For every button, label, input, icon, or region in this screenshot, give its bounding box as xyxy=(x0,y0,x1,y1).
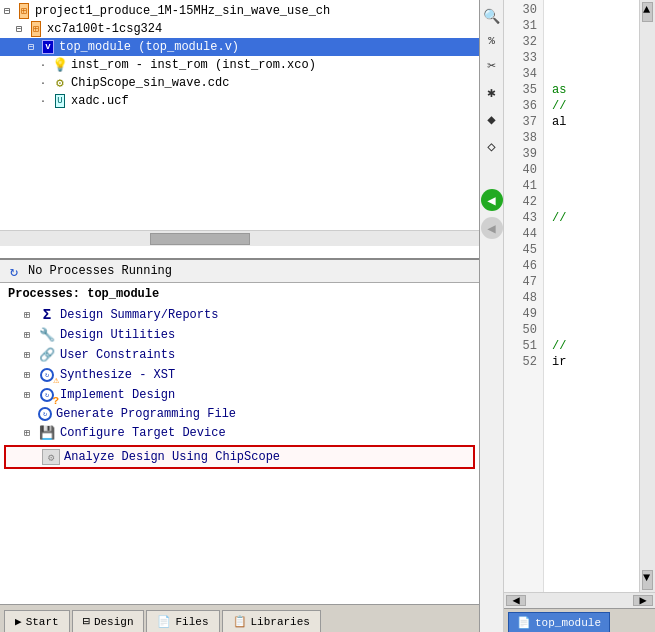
tab-design[interactable]: ⊟ Design xyxy=(72,610,145,632)
code-line-40 xyxy=(552,162,631,178)
tree-label-top-module: top_module (top_module.v) xyxy=(59,40,239,54)
process-label-generate: Generate Programming File xyxy=(56,407,236,421)
line-num: 52 xyxy=(510,354,537,370)
expand-icon: · xyxy=(40,60,52,71)
ucf-icon: U xyxy=(52,93,68,109)
expand-icon[interactable]: ⊟ xyxy=(28,41,40,53)
spinning-icon: ↻ xyxy=(38,407,52,421)
chipscope-icon: ⚙ xyxy=(42,449,60,465)
processes-header: Processes: top_module xyxy=(0,283,479,305)
code-line-47 xyxy=(552,274,631,290)
synth-icon: ↻ ⚠ xyxy=(38,367,56,383)
expand-design-summary[interactable]: ⊞ xyxy=(24,309,38,321)
tree-item-inst-rom[interactable]: · 💡 inst_rom - inst_rom (inst_rom.xco) xyxy=(0,56,479,74)
scrollbar-left-arrow[interactable]: ◀ xyxy=(506,595,526,606)
line-numbers: 30 31 32 33 34 35 36 37 38 39 40 41 42 4… xyxy=(504,0,544,592)
code-line-30 xyxy=(552,2,631,18)
vertical-toolbar: 🔍 % ✂ ✱ ◆ ◇ ◀ ◀ xyxy=(480,0,504,632)
status-spinning-icon: ↻ xyxy=(6,263,22,279)
code-line-39 xyxy=(552,146,631,162)
bottom-tabs: ▶ Start ⊟ Design 📄 Files 📋 Libraries xyxy=(0,604,479,632)
code-line-43: // xyxy=(552,210,631,226)
code-line-46 xyxy=(552,258,631,274)
process-configure[interactable]: ⊞ 💾 Configure Target Device xyxy=(0,423,479,443)
nav-back-button[interactable]: ◀ xyxy=(481,189,503,211)
processes-list: ⊞ Σ Design Summary/Reports ⊞ 🔧 Design Ut… xyxy=(0,305,479,604)
tab-libraries[interactable]: 📋 Libraries xyxy=(222,610,321,632)
toolbar-search-icon[interactable]: 🔍 xyxy=(483,8,500,25)
code-editor[interactable]: 30 31 32 33 34 35 36 37 38 39 40 41 42 4… xyxy=(504,0,639,592)
processes-panel: Processes: top_module ⊞ Σ Design Summary… xyxy=(0,283,479,604)
tree-item-chipscope-cdc[interactable]: · ⚙ ChipScope_sin_wave.cdc xyxy=(0,74,479,92)
line-num: 42 xyxy=(510,194,537,210)
expand-configure[interactable]: ⊞ xyxy=(24,427,38,439)
line-num: 32 xyxy=(510,34,537,50)
code-line-36: // xyxy=(552,98,631,114)
expand-user-constraints[interactable]: ⊞ xyxy=(24,349,38,361)
code-line-41 xyxy=(552,178,631,194)
editor-area: 30 31 32 33 34 35 36 37 38 39 40 41 42 4… xyxy=(504,0,655,592)
tree-item-device[interactable]: ⊟ ⊞ xc7a100t-1csg324 xyxy=(0,20,479,38)
left-panel: ⊟ ⊞ project1_produce_1M-15MHz_sin_wave_u… xyxy=(0,0,480,632)
start-tab-icon: ▶ xyxy=(15,615,22,628)
nav-forward-button[interactable]: ◀ xyxy=(481,217,503,239)
process-design-summary[interactable]: ⊞ Σ Design Summary/Reports xyxy=(0,305,479,325)
expand-design-utilities[interactable]: ⊞ xyxy=(24,329,38,341)
code-line-42 xyxy=(552,194,631,210)
tab-start[interactable]: ▶ Start xyxy=(4,610,70,632)
tree-item-top-module[interactable]: ⊟ v top_module (top_module.v) xyxy=(0,38,479,56)
process-generate[interactable]: ↻ Generate Programming File xyxy=(0,405,479,423)
right-panel: 30 31 32 33 34 35 36 37 38 39 40 41 42 4… xyxy=(504,0,655,632)
impl-icon: ↻ ? xyxy=(38,387,56,403)
code-line-37: al xyxy=(552,114,631,130)
scrollbar-up-arrow[interactable]: ▲ xyxy=(642,2,653,22)
code-line-48 xyxy=(552,290,631,306)
expand-icon[interactable]: ⊟ xyxy=(16,23,28,35)
process-implement[interactable]: ⊞ ↻ ? Implement Design xyxy=(0,385,479,405)
code-line-52: ir xyxy=(552,354,631,370)
tree-scrollbar-horizontal[interactable] xyxy=(0,230,479,246)
code-line-34 xyxy=(552,66,631,82)
toolbar-diamond2-icon[interactable]: ◇ xyxy=(487,138,495,155)
code-line-38 xyxy=(552,130,631,146)
line-num: 45 xyxy=(510,242,537,258)
process-design-utilities[interactable]: ⊞ 🔧 Design Utilities xyxy=(0,325,479,345)
toolbar-diamond-icon[interactable]: ◆ xyxy=(487,111,495,128)
code-line-35: as xyxy=(552,82,631,98)
scrollbar-down-arrow[interactable]: ▼ xyxy=(642,570,653,590)
line-num: 44 xyxy=(510,226,537,242)
editor-horizontal-scrollbar[interactable]: ◀ ▶ xyxy=(504,592,655,608)
scrollbar-thumb[interactable] xyxy=(150,233,250,245)
toolbar-percent-icon[interactable]: % xyxy=(488,35,495,47)
tree-item-xadc[interactable]: · U xadc.ucf xyxy=(0,92,479,110)
process-user-constraints[interactable]: ⊞ 🔗 User Constraints xyxy=(0,345,479,365)
toolbar-cut-icon[interactable]: ✂ xyxy=(487,57,495,74)
process-synthesize[interactable]: ⊞ ↻ ⚠ Synthesize - XST xyxy=(0,365,479,385)
line-num: 34 xyxy=(510,66,537,82)
expand-implement[interactable]: ⊞ xyxy=(24,389,38,401)
chain-icon: 🔗 xyxy=(38,347,56,363)
toolbar-asterisk-icon[interactable]: ✱ xyxy=(487,84,495,101)
line-num: 43 xyxy=(510,210,537,226)
editor-vertical-scrollbar[interactable]: ▲ ▼ xyxy=(639,0,655,592)
code-tab-label: top_module xyxy=(535,617,601,629)
code-line-50 xyxy=(552,322,631,338)
process-label-design-summary: Design Summary/Reports xyxy=(60,308,218,322)
code-tab-top-module[interactable]: 📄 top_module xyxy=(508,612,610,632)
process-label-synthesize: Synthesize - XST xyxy=(60,368,175,382)
line-num: 48 xyxy=(510,290,537,306)
code-line-33 xyxy=(552,50,631,66)
line-num: 33 xyxy=(510,50,537,66)
line-num: 35 xyxy=(510,82,537,98)
expand-icon[interactable]: ⊟ xyxy=(4,5,16,17)
process-chipscope-analyze[interactable]: ⚙ Analyze Design Using ChipScope xyxy=(4,445,475,469)
process-label-user-constraints: User Constraints xyxy=(60,348,175,362)
tree-item-project[interactable]: ⊟ ⊞ project1_produce_1M-15MHz_sin_wave_u… xyxy=(0,2,479,20)
expand-synthesize[interactable]: ⊞ xyxy=(24,369,38,381)
code-lines[interactable]: as // al // // ir xyxy=(544,0,639,592)
line-num: 38 xyxy=(510,130,537,146)
scrollbar-right-arrow[interactable]: ▶ xyxy=(633,595,653,606)
xco-icon: 💡 xyxy=(52,57,68,73)
tab-files[interactable]: 📄 Files xyxy=(146,610,219,632)
tree-content: ⊟ ⊞ project1_produce_1M-15MHz_sin_wave_u… xyxy=(0,0,479,230)
